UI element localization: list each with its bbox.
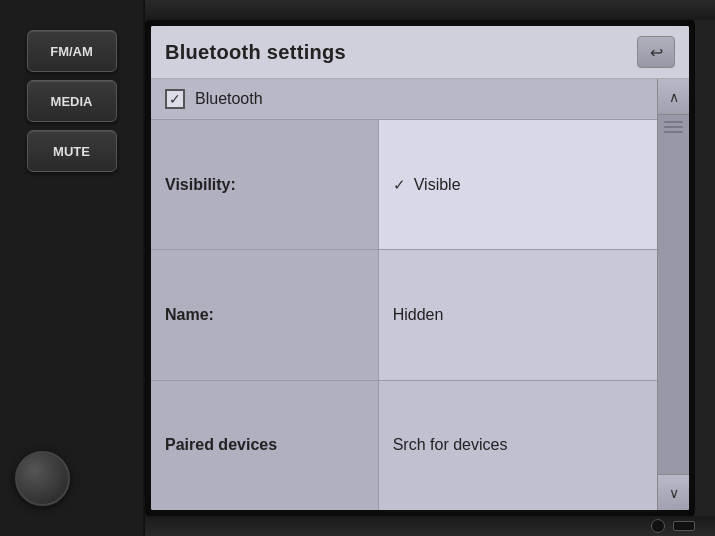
scroll-down-icon: ∨ [669, 485, 679, 501]
paired-devices-row: Paired devices Srch for devices [151, 381, 657, 510]
frame-top [145, 0, 715, 20]
hidden-label: Hidden [393, 306, 444, 324]
visible-checkmark: ✓ [393, 176, 406, 194]
title-bar: Bluetooth settings ↩ [151, 26, 689, 79]
fmam-button[interactable]: FM/AM [27, 30, 117, 72]
screen-title: Bluetooth settings [165, 41, 346, 64]
paired-devices-label[interactable]: Paired devices [151, 381, 379, 510]
bluetooth-label: Bluetooth [195, 90, 263, 108]
visibility-row: Visibility: ✓ Visible [151, 120, 657, 250]
jack-port [651, 519, 665, 533]
bluetooth-toggle-row[interactable]: ✓ Bluetooth [151, 79, 657, 120]
scroll-line-3 [664, 131, 683, 133]
scroll-line-1 [664, 121, 683, 123]
back-icon: ↩ [650, 43, 663, 62]
search-for-devices-button[interactable]: Srch for devices [379, 381, 657, 510]
content-main: ✓ Bluetooth Visibility: ✓ [151, 79, 657, 510]
hidden-option[interactable]: Hidden [379, 250, 657, 379]
name-row: Name: Hidden [151, 250, 657, 380]
settings-grid: Visibility: ✓ Visible Name: [151, 120, 657, 510]
name-label: Name: [151, 250, 379, 379]
mute-button[interactable]: MUTE [27, 130, 117, 172]
scroll-track [658, 115, 689, 474]
screen-wrapper: Bluetooth settings ↩ ✓ Bluetooth [145, 20, 695, 516]
media-button[interactable]: MEDIA [27, 80, 117, 122]
scroll-lines [660, 117, 687, 137]
content-area: ✓ Bluetooth Visibility: ✓ [151, 79, 689, 510]
main-screen: Bluetooth settings ↩ ✓ Bluetooth [151, 26, 689, 510]
left-panel: FM/AM MEDIA MUTE [0, 0, 145, 536]
scroll-up-icon: ∧ [669, 89, 679, 105]
search-devices-label: Srch for devices [393, 436, 508, 454]
scroll-line-2 [664, 126, 683, 128]
checkbox-checkmark: ✓ [169, 91, 181, 107]
frame-bottom [145, 516, 715, 536]
left-knob[interactable] [15, 451, 70, 506]
visibility-visible-option[interactable]: ✓ Visible [379, 120, 657, 249]
car-unit: FM/AM MEDIA MUTE Bluetooth settings ↩ [0, 0, 715, 536]
scrollbar: ∧ ∨ [657, 79, 689, 510]
bluetooth-checkbox[interactable]: ✓ [165, 89, 185, 109]
scroll-down-button[interactable]: ∨ [658, 474, 689, 510]
visibility-label: Visibility: [151, 120, 379, 249]
back-button[interactable]: ↩ [637, 36, 675, 68]
visible-label: Visible [414, 176, 461, 194]
usb-port [673, 521, 695, 531]
scroll-up-button[interactable]: ∧ [658, 79, 689, 115]
